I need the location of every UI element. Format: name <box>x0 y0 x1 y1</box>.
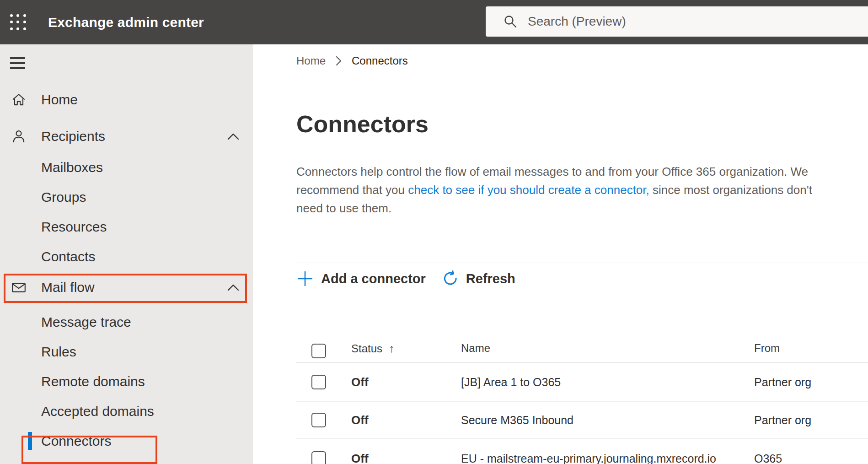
sidebar-item-connectors[interactable]: Connectors <box>0 426 253 456</box>
mail-icon <box>11 280 27 295</box>
search-icon <box>503 14 518 29</box>
row-from: Partner org <box>754 376 811 389</box>
app-title: Exchange admin center <box>48 0 204 44</box>
column-header-status-label: Status <box>351 342 382 355</box>
refresh-button[interactable]: Refresh <box>442 270 515 287</box>
row-name: Secure M365 Inbound <box>461 414 573 427</box>
sidebar-item-label: Remote domains <box>41 374 145 389</box>
home-icon <box>11 92 27 108</box>
sidebar-item-label: Mail flow <box>41 280 95 295</box>
search-input[interactable]: Search (Preview) <box>486 6 868 37</box>
row-name: [JB] Area 1 to O365 <box>461 376 561 389</box>
sidebar-item-label: Home <box>41 92 78 108</box>
toolbar: Add a connector Refresh <box>296 268 515 290</box>
sidebar-item-rules[interactable]: Rules <box>0 337 253 367</box>
chevron-up-icon <box>227 284 239 291</box>
description-line2-after: since most organizations don't <box>649 183 812 197</box>
sidebar-item-label: Rules <box>41 344 76 360</box>
chevron-up-icon <box>227 133 239 140</box>
sidebar-nav: Home Recipients Mailboxes Groups Resourc… <box>0 84 253 456</box>
sidebar-item-groups[interactable]: Groups <box>0 182 253 212</box>
breadcrumb-home[interactable]: Home <box>296 54 326 67</box>
create-connector-link[interactable]: check to see if you should create a conn… <box>408 183 649 197</box>
table-row[interactable]: Off Secure M365 Inbound Partner org <box>296 402 868 439</box>
sort-ascending-icon: ↑ <box>389 342 395 355</box>
search-placeholder: Search (Preview) <box>528 14 626 29</box>
page-description: Connectors help control the flow of emai… <box>296 162 812 217</box>
topbar: Exchange admin center Search (Preview) <box>0 0 868 44</box>
sidebar-item-label: Contacts <box>41 249 95 264</box>
row-name: EU - mailstream-eu-primary.journaling.mx… <box>461 452 716 464</box>
breadcrumb: Home Connectors <box>296 54 408 67</box>
sidebar-item-label: Resources <box>41 219 107 235</box>
chevron-right-icon <box>336 56 342 66</box>
hamburger-menu-icon[interactable] <box>10 57 25 72</box>
description-line1: Connectors help control the flow of emai… <box>296 165 808 178</box>
sidebar-item-recipients[interactable]: Recipients <box>0 120 253 152</box>
sidebar-item-resources[interactable]: Resources <box>0 212 253 242</box>
sidebar-item-message-trace[interactable]: Message trace <box>0 307 253 337</box>
row-checkbox[interactable] <box>311 451 326 464</box>
table-row[interactable]: Off [JB] Area 1 to O365 Partner org <box>296 363 868 402</box>
refresh-label: Refresh <box>466 271 515 286</box>
select-all-checkbox[interactable] <box>311 344 326 358</box>
table-row[interactable]: Off EU - mailstream-eu-primary.journalin… <box>296 439 868 464</box>
row-from: Partner org <box>754 414 811 427</box>
sidebar-item-accepted-domains[interactable]: Accepted domains <box>0 396 253 426</box>
description-line3: need to use them. <box>296 201 391 215</box>
sidebar-item-home[interactable]: Home <box>0 84 253 116</box>
plus-icon <box>296 270 314 287</box>
add-connector-button[interactable]: Add a connector <box>296 270 426 287</box>
row-from: O365 <box>754 452 782 464</box>
row-status: Off <box>351 413 369 427</box>
column-header-status[interactable]: Status ↑ <box>351 342 395 355</box>
sidebar-item-label: Recipients <box>41 129 105 144</box>
row-status: Off <box>351 451 369 464</box>
row-checkbox[interactable] <box>311 375 326 389</box>
table-body: Off [JB] Area 1 to O365 Partner org Off … <box>296 363 868 464</box>
row-status: Off <box>351 375 369 389</box>
row-checkbox[interactable] <box>311 413 326 427</box>
sidebar-item-remote-domains[interactable]: Remote domains <box>0 367 253 396</box>
table-header-row: Status ↑ Name From <box>296 334 868 363</box>
sidebar-item-label: Groups <box>41 189 86 205</box>
app-launcher-icon[interactable] <box>10 14 27 31</box>
page-title: Connectors <box>296 110 429 138</box>
sidebar-item-label: Accepted domains <box>41 404 154 419</box>
description-line2: recommend that you <box>296 183 408 197</box>
selected-indicator <box>28 432 32 450</box>
connectors-table: Status ↑ Name From Off [JB] Area 1 to O3… <box>296 334 868 464</box>
sidebar-item-label: Mailboxes <box>41 160 103 175</box>
sidebar-item-label: Connectors <box>41 433 111 449</box>
column-header-from[interactable]: From <box>754 342 780 355</box>
main-content: Home Connectors Connectors Connectors he… <box>253 44 868 464</box>
sidebar-item-mail-flow[interactable]: Mail flow <box>0 271 253 303</box>
sidebar-item-label: Message trace <box>41 314 131 330</box>
column-header-name[interactable]: Name <box>461 342 490 355</box>
person-icon <box>11 129 27 144</box>
toolbar-divider <box>296 263 868 263</box>
sidebar: Home Recipients Mailboxes Groups Resourc… <box>0 44 253 464</box>
sidebar-item-contacts[interactable]: Contacts <box>0 242 253 271</box>
sidebar-item-mailboxes[interactable]: Mailboxes <box>0 152 253 182</box>
add-connector-label: Add a connector <box>321 271 426 286</box>
breadcrumb-current: Connectors <box>352 54 408 67</box>
refresh-icon <box>442 270 459 287</box>
